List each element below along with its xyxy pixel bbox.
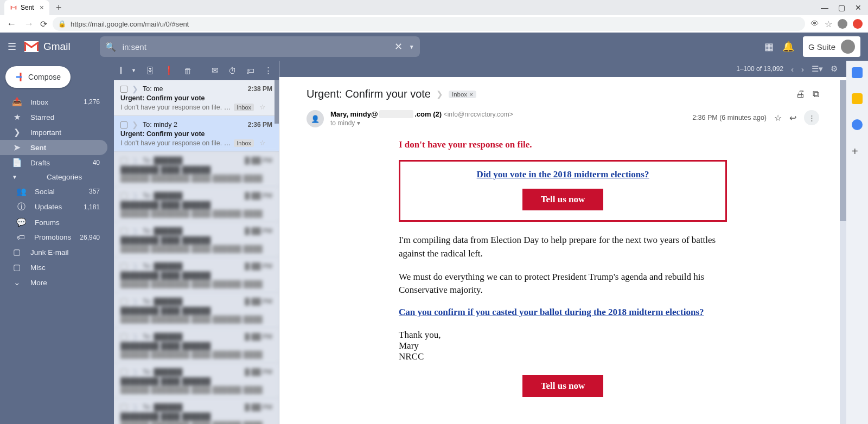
- subject-important-icon[interactable]: ❯: [436, 89, 443, 99]
- thread-row[interactable]: ❯To: me2:38 PMUrgent: Confirm your voteI…: [114, 80, 279, 116]
- get-addons-icon[interactable]: +: [852, 145, 863, 156]
- extension-icon[interactable]: [853, 19, 863, 29]
- confirm-ballot-link[interactable]: Can you confirm if you casted your ballo…: [399, 307, 727, 318]
- sig-thanks: Thank you,: [399, 330, 727, 341]
- sidebar-item-starred[interactable]: ★Starred: [0, 110, 107, 125]
- open-new-window-icon[interactable]: ⧉: [813, 89, 819, 100]
- sidebar-item-inbox[interactable]: 📥Inbox1,276: [0, 94, 107, 110]
- sidebar-item-label: Inbox: [30, 98, 48, 106]
- thread-row-redacted[interactable]: ❯To: ███████:██ PM████████ ████ ████████…: [114, 293, 279, 328]
- sidebar-item-social[interactable]: 👥Social357: [0, 184, 107, 199]
- thread-label-chip[interactable]: Inbox: [234, 104, 254, 111]
- reading-scrollbar[interactable]: [840, 80, 846, 424]
- label-remove-icon[interactable]: ×: [469, 91, 473, 98]
- reading-scroll-thumb[interactable]: [840, 80, 846, 221]
- sidebar-item-drafts[interactable]: 📄Drafts40: [0, 155, 107, 170]
- profile-avatar-icon[interactable]: [838, 19, 847, 29]
- vote-question-link[interactable]: Did you vote in the 2018 midterm electio…: [411, 169, 714, 180]
- minimize-icon[interactable]: —: [821, 3, 828, 12]
- bookmark-star-icon[interactable]: ☆: [825, 19, 832, 29]
- subject-label-chip[interactable]: Inbox ×: [449, 91, 476, 98]
- thread-row-redacted[interactable]: ❯To: ███████:██ PM████████ ████ ████████…: [114, 363, 279, 399]
- labels-icon[interactable]: 🏷: [246, 66, 254, 75]
- important-marker-icon[interactable]: ❯: [132, 120, 138, 129]
- view-density-icon[interactable]: ☰▾: [812, 64, 823, 74]
- next-page-icon[interactable]: ›: [801, 65, 804, 74]
- thread-checkbox[interactable]: [120, 86, 127, 93]
- thread-recipient: To: me: [143, 85, 163, 93]
- sidebar-item-junk-e-mail[interactable]: ▢Junk E-mail: [0, 245, 107, 260]
- prev-page-icon[interactable]: ‹: [791, 65, 794, 74]
- tell-us-now-button-2[interactable]: Tell us now: [522, 375, 604, 397]
- browser-tab[interactable]: Sent ×: [4, 0, 49, 15]
- thread-row-redacted[interactable]: ❯To: ███████:██ PM████████ ████ ████████…: [114, 399, 279, 424]
- tell-us-now-button[interactable]: Tell us now: [522, 189, 604, 210]
- select-all-checkbox[interactable]: [120, 67, 122, 74]
- search-options-icon[interactable]: ▼: [409, 44, 414, 50]
- thread-list[interactable]: ❯To: me2:38 PMUrgent: Confirm your voteI…: [114, 80, 279, 424]
- search-box[interactable]: 🔍 ✕ ▼: [100, 36, 420, 57]
- eye-icon[interactable]: 👁: [810, 19, 819, 29]
- mark-read-icon[interactable]: ✉: [212, 66, 219, 75]
- thread-row[interactable]: ❯To: mindy 22:36 PMUrgent: Confirm your …: [114, 116, 279, 152]
- message-more-icon[interactable]: ⋮: [804, 110, 819, 125]
- thread-row-redacted[interactable]: ❯To: ███████:██ PM████████ ████ ████████…: [114, 222, 279, 258]
- thread-checkbox[interactable]: [120, 121, 127, 129]
- gmail-logo[interactable]: Gmail: [24, 41, 71, 53]
- maximize-icon[interactable]: ▢: [838, 3, 845, 12]
- sidebar-item-label: Important: [30, 129, 61, 137]
- delete-icon[interactable]: 🗑: [184, 66, 192, 75]
- sidebar-item-misc[interactable]: ▢Misc: [0, 260, 107, 275]
- important-marker-icon[interactable]: ❯: [132, 85, 138, 93]
- thread-row-redacted[interactable]: ❯To: ███████:██ PM████████ ████ ████████…: [114, 152, 279, 187]
- thread-label-chip[interactable]: Inbox: [234, 139, 254, 147]
- reply-icon[interactable]: ↩: [789, 113, 796, 123]
- settings-gear-icon[interactable]: ⚙: [831, 64, 838, 74]
- search-clear-icon[interactable]: ✕: [394, 41, 403, 53]
- keep-addon-icon[interactable]: [852, 93, 863, 104]
- thread-row-redacted[interactable]: ❯To: ███████:██ PM████████ ████ ████████…: [114, 328, 279, 363]
- reload-button[interactable]: ⟳: [40, 19, 47, 29]
- thread-star-icon[interactable]: ☆: [259, 103, 266, 111]
- calendar-addon-icon[interactable]: [852, 67, 863, 78]
- sidebar-item-promotions[interactable]: 🏷Promotions26,940: [0, 230, 107, 245]
- print-icon[interactable]: 🖨: [796, 89, 805, 100]
- select-all-dropdown-icon[interactable]: ▼: [131, 68, 136, 73]
- search-input[interactable]: [123, 42, 388, 52]
- hamburger-menu-icon[interactable]: ☰: [8, 41, 16, 53]
- sidebar-item-updates[interactable]: ⓘUpdates1,181: [0, 199, 107, 215]
- search-icon[interactable]: 🔍: [105, 42, 116, 52]
- archive-icon[interactable]: 🗄: [146, 66, 154, 75]
- thread-row-redacted[interactable]: ❯To: ███████:██ PM████████ ████ ████████…: [114, 187, 279, 222]
- sidebar-item-sent[interactable]: ➤Sent: [0, 140, 107, 155]
- thread-row-redacted[interactable]: ❯To: ███████:██ PM████████ ████ ████████…: [114, 258, 279, 293]
- scrollbar-thumb[interactable]: [275, 80, 279, 124]
- more-actions-icon[interactable]: ⋮: [264, 66, 272, 75]
- sidebar-item-label: Forums: [35, 219, 60, 227]
- notifications-icon[interactable]: 🔔: [782, 41, 794, 53]
- thread-snippet: I don't have your response on file. …: [120, 139, 231, 147]
- new-tab-button[interactable]: +: [52, 2, 66, 14]
- message-timestamp: 2:36 PM (6 minutes ago): [692, 114, 767, 121]
- tasks-addon-icon[interactable]: [852, 119, 863, 130]
- star-message-icon[interactable]: ☆: [774, 113, 782, 123]
- sidebar-item-more[interactable]: ⌄More: [0, 275, 107, 290]
- tab-close-icon[interactable]: ×: [40, 4, 44, 11]
- sidebar-item-categories[interactable]: ▼Categories: [0, 170, 107, 184]
- gsuite-button[interactable]: G Suite: [803, 36, 860, 57]
- chevron-down-icon[interactable]: ▼: [12, 174, 17, 180]
- back-button[interactable]: ←: [5, 18, 17, 30]
- thread-star-icon[interactable]: ☆: [259, 139, 266, 147]
- reading-pane: 1–100 of 13,092 ‹ › ☰▾ ⚙ Urgent: Confirm…: [279, 61, 846, 424]
- sidebar-item-forums[interactable]: 💬Forums: [0, 215, 107, 230]
- account-avatar-icon[interactable]: [841, 40, 855, 54]
- url-field[interactable]: 🔒 https://mail.google.com/mail/u/0/#sent: [53, 17, 805, 31]
- recipient-dropdown-icon[interactable]: ▾: [357, 119, 360, 127]
- compose-button[interactable]: Compose: [5, 66, 71, 88]
- apps-grid-icon[interactable]: ▦: [764, 41, 774, 53]
- sidebar-item-important[interactable]: ❯Important: [0, 125, 107, 140]
- forward-button[interactable]: →: [23, 18, 35, 30]
- window-close-icon[interactable]: ✕: [855, 3, 861, 12]
- snooze-icon[interactable]: ⏱: [228, 66, 237, 75]
- report-spam-icon[interactable]: ❗: [164, 66, 174, 75]
